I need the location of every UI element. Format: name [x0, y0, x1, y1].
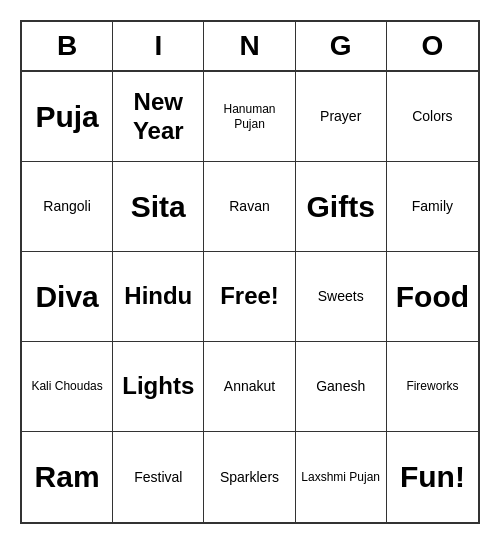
cell-text: Sweets	[318, 288, 364, 305]
bingo-cell: Hindu	[113, 252, 204, 342]
bingo-cell: Gifts	[296, 162, 387, 252]
bingo-cell: Free!	[204, 252, 295, 342]
bingo-grid: PujaNew YearHanuman PujanPrayerColorsRan…	[22, 72, 478, 522]
bingo-card: BINGO PujaNew YearHanuman PujanPrayerCol…	[20, 20, 480, 524]
header-cell-O: O	[387, 22, 478, 70]
cell-text: Colors	[412, 108, 452, 125]
header-cell-I: I	[113, 22, 204, 70]
cell-text: Puja	[35, 99, 98, 135]
cell-text: Festival	[134, 469, 182, 486]
cell-text: Free!	[220, 282, 279, 311]
bingo-cell: Laxshmi Pujan	[296, 432, 387, 522]
bingo-cell: Sita	[113, 162, 204, 252]
cell-text: Sita	[131, 189, 186, 225]
bingo-cell: Lights	[113, 342, 204, 432]
header-cell-B: B	[22, 22, 113, 70]
cell-text: New Year	[117, 88, 199, 146]
bingo-cell: Colors	[387, 72, 478, 162]
cell-text: Food	[396, 279, 469, 315]
bingo-cell: Annakut	[204, 342, 295, 432]
cell-text: Sparklers	[220, 469, 279, 486]
cell-text: Laxshmi Pujan	[301, 470, 380, 484]
cell-text: Ram	[35, 459, 100, 495]
bingo-cell: New Year	[113, 72, 204, 162]
cell-text: Lights	[122, 372, 194, 401]
cell-text: Annakut	[224, 378, 275, 395]
bingo-cell: Fireworks	[387, 342, 478, 432]
cell-text: Gifts	[307, 189, 375, 225]
cell-text: Family	[412, 198, 453, 215]
bingo-cell: Fun!	[387, 432, 478, 522]
cell-text: Hanuman Pujan	[208, 102, 290, 131]
bingo-cell: Ram	[22, 432, 113, 522]
bingo-cell: Festival	[113, 432, 204, 522]
cell-text: Prayer	[320, 108, 361, 125]
bingo-cell: Sparklers	[204, 432, 295, 522]
bingo-cell: Kali Choudas	[22, 342, 113, 432]
cell-text: Ganesh	[316, 378, 365, 395]
bingo-cell: Diva	[22, 252, 113, 342]
cell-text: Fireworks	[406, 379, 458, 393]
header-cell-G: G	[296, 22, 387, 70]
bingo-cell: Puja	[22, 72, 113, 162]
bingo-cell: Ravan	[204, 162, 295, 252]
cell-text: Rangoli	[43, 198, 90, 215]
cell-text: Diva	[35, 279, 98, 315]
cell-text: Ravan	[229, 198, 269, 215]
header-cell-N: N	[204, 22, 295, 70]
bingo-cell: Hanuman Pujan	[204, 72, 295, 162]
bingo-cell: Family	[387, 162, 478, 252]
cell-text: Fun!	[400, 459, 465, 495]
bingo-header: BINGO	[22, 22, 478, 72]
bingo-cell: Prayer	[296, 72, 387, 162]
cell-text: Hindu	[124, 282, 192, 311]
cell-text: Kali Choudas	[31, 379, 102, 393]
bingo-cell: Rangoli	[22, 162, 113, 252]
bingo-cell: Food	[387, 252, 478, 342]
bingo-cell: Ganesh	[296, 342, 387, 432]
bingo-cell: Sweets	[296, 252, 387, 342]
